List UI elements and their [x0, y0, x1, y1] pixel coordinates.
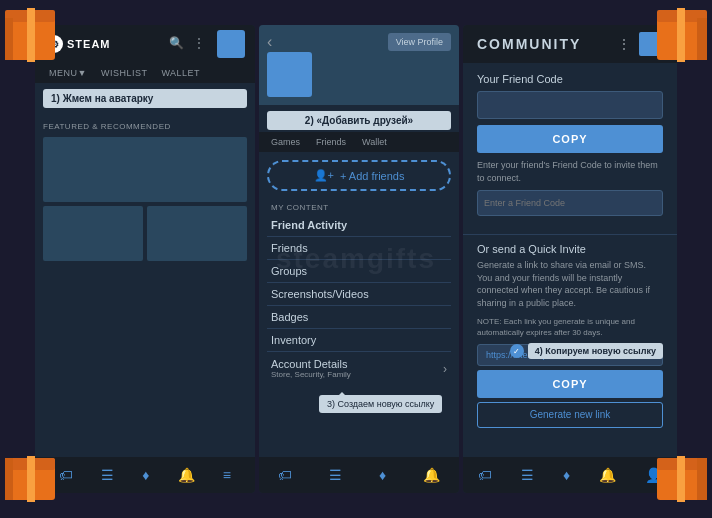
quick-invite-label: Or send a Quick Invite — [477, 243, 663, 255]
generate-link-button[interactable]: Generate new link — [477, 402, 663, 428]
corner-tr-decoration — [632, 0, 712, 80]
list-icon[interactable]: ☰ — [101, 467, 114, 483]
svg-rect-8 — [697, 18, 707, 60]
add-friends-icon: 👤+ — [314, 169, 334, 182]
quick-invite-desc: Generate a link to share via email or SM… — [477, 259, 663, 309]
bell-icon[interactable]: 🔔 — [178, 467, 195, 483]
list-icon-right[interactable]: ☰ — [521, 467, 534, 483]
copy-annotation: ✓ 4) Копируем новую ссылку — [510, 343, 663, 359]
copy-link-button[interactable]: COPY — [477, 370, 663, 398]
add-friends-button[interactable]: 👤+ + Add friends — [267, 160, 451, 191]
list-item-inventory[interactable]: Inventory — [267, 329, 451, 352]
svg-rect-12 — [5, 458, 13, 500]
divider — [463, 234, 677, 235]
svg-rect-4 — [5, 18, 13, 60]
account-details-label: Account Details — [271, 358, 351, 370]
diamond-icon-right[interactable]: ♦ — [563, 467, 570, 483]
tooltip-create-link: 3) Создаем новую ссылку — [319, 395, 442, 413]
generate-link-wrapper: COPY Generate new link — [477, 370, 663, 428]
friend-code-section: Your Friend Code COPY Enter your friend'… — [463, 63, 677, 226]
chevron-right-icon: › — [443, 362, 447, 376]
enter-friend-code-input[interactable] — [477, 190, 663, 216]
friend-code-display — [477, 91, 663, 119]
account-details[interactable]: Account Details Store, Security, Family … — [259, 352, 459, 385]
list-item-groups[interactable]: Groups — [267, 260, 451, 283]
content-list: Friend Activity Friends Groups Screensho… — [259, 214, 459, 352]
account-details-sub: Store, Security, Family — [271, 370, 351, 379]
check-icon: ✓ — [510, 344, 524, 358]
tooltip-copy: 4) Копируем новую ссылку — [528, 343, 663, 359]
left-panel: ⚙ STEAM 🔍 ⋮ MENU▼ WISHLIST WALLET 1) Жме… — [35, 25, 255, 493]
tag-icon-mid[interactable]: 🏷 — [278, 467, 292, 483]
bell-icon-right[interactable]: 🔔 — [599, 467, 616, 483]
svg-rect-15 — [677, 456, 685, 502]
list-item-badges[interactable]: Badges — [267, 306, 451, 329]
tab-wallet[interactable]: Wallet — [354, 132, 395, 152]
tooltip-add-friends: 2) «Добавить друзей» — [267, 111, 451, 130]
featured-grid — [43, 137, 247, 261]
profile-avatar — [267, 52, 312, 97]
search-icon[interactable]: 🔍 — [169, 36, 185, 52]
user-avatar[interactable] — [217, 30, 245, 58]
list-item-friends[interactable]: Friends — [267, 237, 451, 260]
list-icon-mid[interactable]: ☰ — [329, 467, 342, 483]
tag-icon-right[interactable]: 🏷 — [478, 467, 492, 483]
middle-bottom-bar: 🏷 ☰ ♦ 🔔 — [259, 457, 459, 493]
right-panel: COMMUNITY ⋮ Your Friend Code COPY Enter … — [463, 25, 677, 493]
dots-icon[interactable]: ⋮ — [193, 36, 209, 52]
diamond-icon[interactable]: ♦ — [142, 467, 149, 483]
back-button[interactable]: ‹ — [267, 33, 272, 51]
account-details-info: Account Details Store, Security, Family — [271, 358, 351, 379]
profile-header: View Profile — [259, 25, 459, 105]
tab-friends[interactable]: Friends — [308, 132, 354, 152]
featured-item-1[interactable] — [43, 206, 143, 261]
header-icons: 🔍 ⋮ — [169, 30, 245, 58]
featured-label: FEATURED & RECOMMENDED — [43, 122, 247, 131]
featured-item-main[interactable] — [43, 137, 247, 202]
tab-games[interactable]: Games — [263, 132, 308, 152]
corner-br-decoration — [632, 438, 712, 518]
bell-icon-mid[interactable]: 🔔 — [423, 467, 440, 483]
nav-tab-wallet[interactable]: WALLET — [155, 63, 206, 83]
featured-section: FEATURED & RECOMMENDED — [35, 114, 255, 269]
corner-tl-decoration — [0, 0, 80, 80]
svg-rect-7 — [677, 8, 685, 62]
add-friends-label: + Add friends — [340, 170, 405, 182]
list-item-friend-activity[interactable]: Friend Activity — [267, 214, 451, 237]
featured-item-2[interactable] — [147, 206, 247, 261]
quick-invite-section: Or send a Quick Invite Generate a link t… — [463, 243, 677, 428]
svg-rect-11 — [27, 456, 35, 502]
invite-description: Enter your friend's Friend Code to invit… — [477, 159, 663, 184]
main-container: ⚙ STEAM 🔍 ⋮ MENU▼ WISHLIST WALLET 1) Жме… — [35, 25, 677, 493]
view-profile-button[interactable]: View Profile — [388, 33, 451, 51]
copy-friend-code-button[interactable]: COPY — [477, 125, 663, 153]
community-menu-icon[interactable]: ⋮ — [617, 36, 631, 52]
my-content-label: MY CONTENT — [259, 199, 459, 214]
community-title: COMMUNITY — [477, 36, 581, 52]
tooltip-click-avatar: 1) Жмем на аватарку — [43, 89, 247, 108]
profile-tabs: Games Friends Wallet — [259, 132, 459, 152]
nav-tab-wishlist[interactable]: WISHLIST — [95, 63, 154, 83]
note-text: NOTE: Each link you generate is unique a… — [477, 316, 663, 338]
svg-rect-16 — [697, 458, 707, 500]
menu-icon[interactable]: ≡ — [223, 467, 231, 483]
diamond-icon-mid[interactable]: ♦ — [379, 467, 386, 483]
corner-bl-decoration — [0, 438, 80, 518]
list-item-screenshots[interactable]: Screenshots/Videos — [267, 283, 451, 306]
svg-rect-2 — [27, 8, 35, 62]
middle-panel: ‹ View Profile 2) «Добавить друзей» Game… — [259, 25, 459, 493]
